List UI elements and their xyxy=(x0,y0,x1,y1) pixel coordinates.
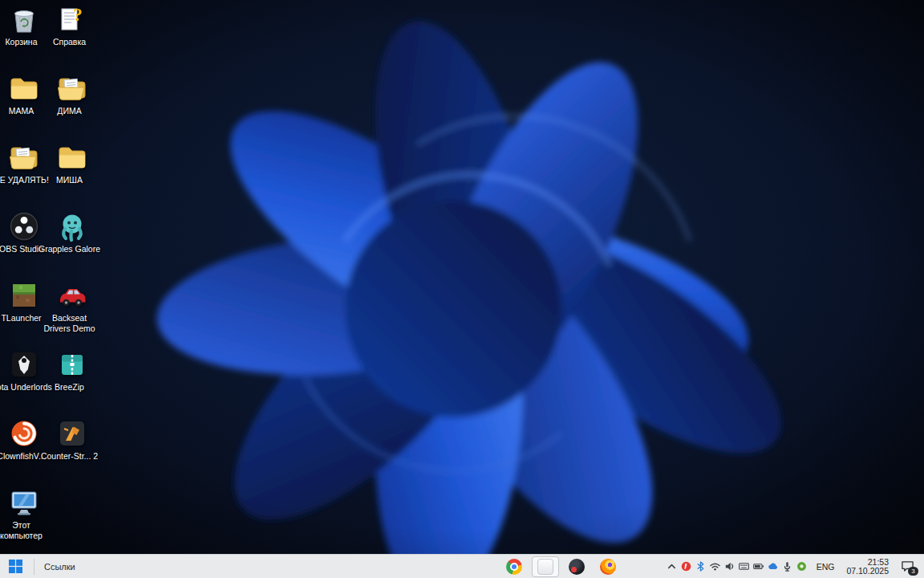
desktop-icon-cs2[interactable]: Counter-Str... 2 xyxy=(47,417,98,486)
desktop-icons-column-1: КорзинаМАМАНЕ УДАЛЯТЬ!OBS StudioTLaunche… xyxy=(0,3,50,556)
notifications-button[interactable]: 3 xyxy=(895,556,919,577)
taskbar: Ссылки ENG 21:53 07.10.2025 3 xyxy=(0,554,924,578)
links-toolbar-label[interactable]: Ссылки xyxy=(38,562,82,572)
help-icon: ? xyxy=(56,3,88,35)
mic-icon[interactable] xyxy=(780,558,795,576)
cloud-icon[interactable] xyxy=(766,558,780,576)
breezip-icon xyxy=(56,348,88,381)
yandex-icon[interactable] xyxy=(679,558,694,576)
desktop-icon-label: ДИМА xyxy=(38,106,101,116)
folder-docs-icon xyxy=(8,141,40,173)
desktop-icon-label: Grapples Galore xyxy=(38,244,101,254)
wifi-icon[interactable] xyxy=(708,558,723,576)
obs-icon xyxy=(8,210,40,242)
clownfish-icon xyxy=(8,417,40,450)
windows-logo-icon xyxy=(9,560,22,573)
car-icon xyxy=(56,279,88,311)
desktop: КорзинаМАМАНЕ УДАЛЯТЬ!OBS StudioTLaunche… xyxy=(0,0,924,578)
notification-badge: 3 xyxy=(908,567,918,576)
folder-docs-icon xyxy=(56,72,88,104)
chrome-icon xyxy=(506,559,522,575)
desktop-icon-label: BreeZip xyxy=(38,382,101,393)
folder-icon xyxy=(56,141,88,173)
system-tray: ENG 21:53 07.10.2025 3 xyxy=(665,555,924,578)
tlauncher-icon xyxy=(8,279,40,311)
folder-icon xyxy=(8,72,40,104)
app-window-icon xyxy=(537,559,553,575)
clock-date: 07.10.2025 xyxy=(846,567,889,576)
desktop-icon-label: МИША xyxy=(38,175,101,185)
chevron-up-icon[interactable] xyxy=(665,558,679,576)
start-button[interactable] xyxy=(0,555,30,578)
taskbar-app-window[interactable] xyxy=(532,556,559,577)
desktop-icon-car[interactable]: Backseat Drivers Demo xyxy=(47,279,98,348)
desktop-icon-this-pc[interactable]: Этот компьютер xyxy=(0,486,50,556)
desktop-icon-folder[interactable]: МИША xyxy=(47,141,98,210)
tray-icons xyxy=(665,558,809,576)
cs2-icon xyxy=(56,417,88,450)
taskbar-separator xyxy=(34,559,34,575)
desktop-icon-breezip[interactable]: BreeZip xyxy=(47,348,98,417)
language-indicator[interactable]: ENG xyxy=(811,562,841,572)
volume-icon[interactable] xyxy=(723,558,737,576)
firefox-icon xyxy=(600,559,616,575)
grapples-icon xyxy=(56,210,88,242)
dota-underlords-icon xyxy=(8,348,40,381)
taskbar-apps xyxy=(500,555,622,578)
nvidia-icon[interactable] xyxy=(795,558,809,576)
desktop-icon-label: Backseat Drivers Demo xyxy=(38,313,101,334)
svg-text:?: ? xyxy=(73,4,83,25)
clock-time: 21:53 xyxy=(868,558,889,567)
desktop-icon-label: Справка xyxy=(38,37,101,47)
desktop-icon-folder-docs[interactable]: ДИМА xyxy=(47,72,98,141)
desktop-icon-label: Counter-Str... 2 xyxy=(38,451,101,462)
taskbar-app-dark-sphere[interactable] xyxy=(563,556,590,577)
wallpaper xyxy=(0,0,924,578)
recycle-bin-icon xyxy=(8,3,40,35)
keyboard-icon[interactable] xyxy=(737,558,752,576)
bluetooth-icon[interactable] xyxy=(694,558,708,576)
dark-sphere-app-icon xyxy=(569,559,585,575)
taskbar-app-chrome[interactable] xyxy=(500,556,528,577)
taskbar-app-firefox[interactable] xyxy=(594,556,622,577)
clock[interactable]: 21:53 07.10.2025 xyxy=(841,558,894,576)
desktop-icon-grapples[interactable]: Grapples Galore xyxy=(47,210,98,279)
battery-icon[interactable] xyxy=(752,558,766,576)
this-pc-icon xyxy=(8,486,40,519)
desktop-icon-help[interactable]: ?Справка xyxy=(47,3,98,72)
desktop-icon-label: Этот компьютер xyxy=(0,520,53,541)
desktop-icons-column-2: ?СправкаДИМАМИШАGrapples GaloreBackseat … xyxy=(47,3,98,486)
